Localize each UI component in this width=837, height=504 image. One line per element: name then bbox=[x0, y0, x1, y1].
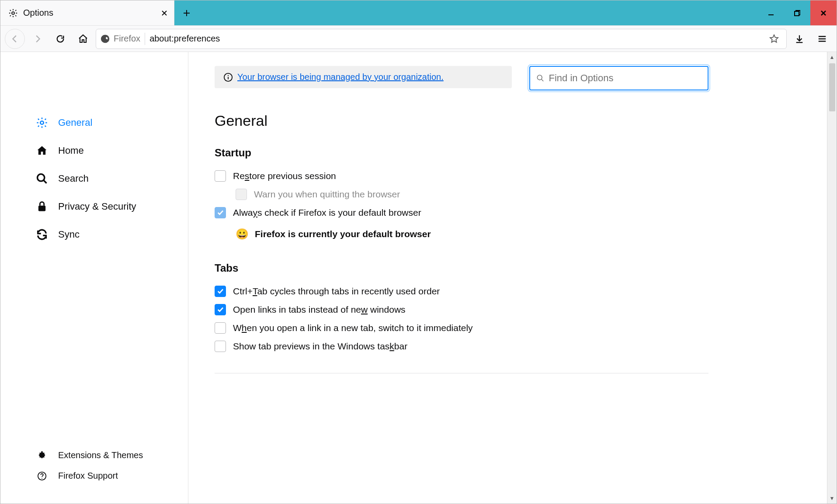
option-label: Warn you when quitting the browser bbox=[254, 189, 400, 200]
home-icon bbox=[35, 145, 49, 157]
svg-point-5 bbox=[38, 174, 45, 181]
sidebar-item-label: General bbox=[58, 117, 92, 128]
svg-point-8 bbox=[42, 478, 42, 479]
sidebar-item-label: Privacy & Security bbox=[58, 201, 136, 212]
url-bar[interactable]: Firefox about:preferences bbox=[96, 29, 787, 49]
sidebar: General Home Search Privacy & Security bbox=[0, 52, 188, 504]
option-label: When you open a link in a new tab, switc… bbox=[233, 323, 473, 333]
back-button[interactable] bbox=[5, 29, 25, 49]
sidebar-item-label: Firefox Support bbox=[58, 471, 118, 481]
option-switch-immediately[interactable]: When you open a link in a new tab, switc… bbox=[215, 319, 708, 337]
option-restore-session[interactable]: Restore previous session bbox=[215, 167, 708, 185]
main-pane: Your browser is being managed by your or… bbox=[188, 52, 837, 504]
section-tabs: Tabs bbox=[215, 262, 708, 274]
app-menu-button[interactable] bbox=[812, 29, 832, 49]
svg-point-11 bbox=[537, 75, 542, 80]
default-browser-status: 😀 Firefox is currently your default brow… bbox=[236, 222, 708, 262]
option-label: Show tab previews in the Windows taskbar bbox=[233, 341, 407, 352]
firefox-icon bbox=[101, 34, 110, 44]
divider bbox=[215, 373, 708, 373]
checkbox-switch[interactable] bbox=[215, 322, 226, 334]
page-title: General bbox=[215, 112, 708, 129]
sidebar-item-privacy[interactable]: Privacy & Security bbox=[0, 193, 188, 221]
option-warn-quit: Warn you when quitting the browser bbox=[236, 185, 708, 204]
separator bbox=[145, 33, 145, 45]
sidebar-item-label: Extensions & Themes bbox=[58, 450, 143, 460]
close-window-button[interactable] bbox=[810, 0, 837, 25]
sidebar-item-label: Search bbox=[58, 173, 89, 184]
close-tab-icon[interactable] bbox=[160, 9, 169, 17]
org-banner-link[interactable]: Your browser is being managed by your or… bbox=[237, 72, 444, 82]
checkbox-links[interactable] bbox=[215, 304, 226, 315]
puzzle-icon bbox=[35, 451, 49, 460]
find-input[interactable] bbox=[549, 72, 702, 84]
navbar: Firefox about:preferences bbox=[0, 26, 837, 52]
info-icon bbox=[223, 72, 233, 82]
checkbox-default[interactable] bbox=[215, 207, 226, 218]
sidebar-item-general[interactable]: General bbox=[0, 109, 188, 137]
status-text: Firefox is currently your default browse… bbox=[255, 229, 431, 239]
sidebar-item-label: Sync bbox=[58, 229, 80, 240]
search-icon bbox=[536, 74, 545, 83]
maximize-button[interactable] bbox=[784, 0, 810, 25]
svg-point-10 bbox=[228, 75, 229, 76]
option-label: Always check if Firefox is your default … bbox=[233, 207, 421, 218]
identity-box[interactable]: Firefox bbox=[101, 34, 140, 44]
scroll-up-icon[interactable]: ▲ bbox=[827, 52, 837, 62]
home-button[interactable] bbox=[73, 29, 93, 49]
scroll-down-icon[interactable]: ▼ bbox=[827, 493, 837, 504]
svg-rect-6 bbox=[38, 206, 45, 211]
identity-label: Firefox bbox=[114, 34, 140, 44]
svg-point-4 bbox=[40, 121, 43, 124]
option-check-default[interactable]: Always check if Firefox is your default … bbox=[215, 204, 708, 222]
new-tab-button[interactable] bbox=[174, 0, 199, 25]
svg-rect-1 bbox=[795, 11, 799, 16]
titlebar: Options bbox=[0, 0, 837, 26]
browser-tab[interactable]: Options bbox=[0, 0, 174, 25]
lock-icon bbox=[35, 200, 49, 213]
help-icon bbox=[35, 471, 49, 481]
scrollbar[interactable]: ▲ ▼ bbox=[827, 52, 837, 504]
content: General Home Search Privacy & Security bbox=[0, 52, 837, 504]
bookmark-star-icon[interactable] bbox=[766, 31, 782, 47]
checkbox-taskbar[interactable] bbox=[215, 341, 226, 352]
sidebar-item-label: Home bbox=[58, 145, 84, 156]
tabstrip bbox=[174, 0, 837, 25]
forward-button[interactable] bbox=[28, 29, 48, 49]
sidebar-item-sync[interactable]: Sync bbox=[0, 221, 188, 249]
checkbox-warn bbox=[236, 189, 247, 200]
option-label: Restore previous session bbox=[233, 171, 336, 181]
gear-icon bbox=[35, 117, 49, 129]
org-banner: Your browser is being managed by your or… bbox=[215, 66, 512, 88]
checkbox-ctrltab[interactable] bbox=[215, 286, 226, 297]
url-text: about:preferences bbox=[149, 34, 220, 44]
sidebar-item-home[interactable]: Home bbox=[0, 137, 188, 165]
smile-icon: 😀 bbox=[236, 228, 249, 240]
find-in-options[interactable] bbox=[529, 66, 708, 90]
sidebar-item-search[interactable]: Search bbox=[0, 165, 188, 193]
minimize-button[interactable] bbox=[758, 0, 784, 25]
window-controls bbox=[758, 0, 837, 25]
section-startup: Startup bbox=[215, 147, 708, 159]
sidebar-support[interactable]: Firefox Support bbox=[0, 466, 188, 486]
downloads-button[interactable] bbox=[789, 29, 809, 49]
tab-title: Options bbox=[23, 8, 155, 18]
option-label: Open links in tabs instead of new window… bbox=[233, 304, 406, 315]
scroll-thumb[interactable] bbox=[829, 63, 835, 111]
sidebar-extensions[interactable]: Extensions & Themes bbox=[0, 445, 188, 466]
reload-button[interactable] bbox=[50, 29, 70, 49]
svg-point-0 bbox=[12, 12, 14, 14]
search-icon bbox=[35, 173, 49, 185]
option-taskbar-previews[interactable]: Show tab previews in the Windows taskbar bbox=[215, 337, 708, 356]
sync-icon bbox=[35, 228, 49, 241]
gear-icon bbox=[8, 8, 18, 18]
option-label: Ctrl+Tab cycles through tabs in recently… bbox=[233, 286, 440, 297]
option-ctrl-tab[interactable]: Ctrl+Tab cycles through tabs in recently… bbox=[215, 282, 708, 300]
checkbox-restore[interactable] bbox=[215, 170, 226, 182]
option-open-links-tabs[interactable]: Open links in tabs instead of new window… bbox=[215, 300, 708, 319]
